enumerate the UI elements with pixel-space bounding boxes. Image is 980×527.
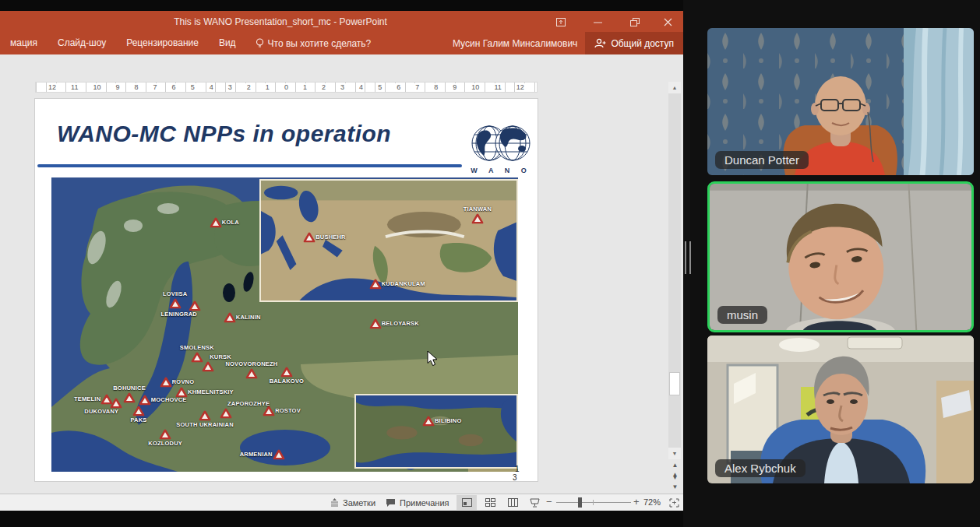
ruler-number: 11 xyxy=(492,83,502,92)
participant-name-tag: Duncan Potter xyxy=(715,151,809,169)
scrollbar-thumb[interactable] xyxy=(669,372,680,395)
account-user-name[interactable]: Мусин Галим Минсалимович xyxy=(453,38,577,49)
npp-marker-kola xyxy=(210,217,221,227)
ruler-number: 7 xyxy=(414,83,421,92)
window-title: This is WANO Presentation_short_mc - Pow… xyxy=(117,16,444,27)
zoom-in-button[interactable]: + xyxy=(633,496,640,508)
ruler: 1211109876543210123456789101112 xyxy=(35,82,538,93)
fit-slide-to-window-button[interactable] xyxy=(664,495,684,510)
ruler-number: 11 xyxy=(69,83,79,92)
npp-label: ARMENIAN xyxy=(240,451,273,458)
vertical-scrollbar[interactable]: ▲ ▼ xyxy=(668,82,681,459)
participant-name-tag: musin xyxy=(717,306,767,324)
wano-logo: W A N O xyxy=(465,124,537,174)
ribbon-display-options-icon[interactable] xyxy=(549,14,573,30)
npp-label: KUDANKULAM xyxy=(382,280,425,287)
zoom-out-button[interactable]: − xyxy=(546,496,552,508)
npp-label: TEMELIN xyxy=(74,395,100,402)
ruler-number: 0 xyxy=(283,83,290,92)
ruler-number: 5 xyxy=(376,83,383,92)
tab-animation[interactable]: мация xyxy=(0,32,48,54)
tab-review[interactable]: Рецензирование xyxy=(116,32,209,54)
notes-button[interactable]: Заметки xyxy=(330,494,375,511)
ribbon-tab-bar: мация Слайд-шоу Рецензирование Вид Что в… xyxy=(0,32,683,54)
npp-label: NOVOVORONEZH xyxy=(225,360,277,367)
zoom-slider-thumb[interactable] xyxy=(578,497,582,508)
ruler-number: 10 xyxy=(470,83,481,92)
npp-marker-leningrad xyxy=(189,301,200,311)
tab-view[interactable]: Вид xyxy=(209,32,246,54)
npp-label: MOCHOVCE xyxy=(151,396,187,403)
video-tile-3[interactable]: Alex Rybchuk xyxy=(707,336,974,483)
npp-marker-paks xyxy=(133,406,145,416)
ruler-number: 9 xyxy=(114,83,121,92)
lightbulb-icon xyxy=(256,38,264,49)
npp-label: BELOYARSK xyxy=(382,320,419,327)
normal-view-button[interactable] xyxy=(457,495,477,510)
map-inset-bilibino xyxy=(354,394,518,469)
zoom-slider-midpoint xyxy=(593,500,594,505)
slide-sorter-view-button[interactable] xyxy=(480,495,500,510)
slide-canvas[interactable]: WANO-MC NPPs in operation xyxy=(35,99,538,481)
share-button[interactable]: Общий доступ xyxy=(585,32,683,54)
npp-label: KOLA xyxy=(222,219,239,226)
ruler-number: 6 xyxy=(171,83,178,92)
npp-marker-bushehr xyxy=(304,233,316,243)
tell-me-box[interactable]: Что вы хотите сделать? xyxy=(246,38,381,49)
npp-marker-beloyarsk xyxy=(369,318,381,328)
slide-workspace: 1211109876543210123456789101112 WANO-MC … xyxy=(0,54,683,494)
ruler-number: 10 xyxy=(91,83,102,92)
next-slide-button[interactable]: ▼▼ xyxy=(668,473,681,484)
ruler-number: 12 xyxy=(515,83,526,92)
npp-marker-kozloduy xyxy=(160,429,171,439)
npp-label: KHMELNITSKIY xyxy=(188,388,234,395)
npp-marker-kursk xyxy=(203,362,214,372)
ruler-number: 4 xyxy=(208,83,215,92)
npp-label: KALININ xyxy=(236,314,261,321)
npp-label: SMOLENSK xyxy=(180,344,214,351)
video-tile-1[interactable]: Duncan Potter xyxy=(707,28,974,175)
npp-marker-armenian xyxy=(273,450,284,460)
npp-marker-bilibino xyxy=(422,416,434,426)
restore-button[interactable] xyxy=(623,14,647,30)
notes-icon xyxy=(330,498,339,507)
ruler-number: 7 xyxy=(152,83,159,92)
npp-label: TIANWAN xyxy=(464,206,492,213)
video-tile-2[interactable]: musin xyxy=(707,181,974,332)
reading-view-button[interactable] xyxy=(502,495,523,510)
npp-label: ZAPOROZHYE xyxy=(227,400,270,407)
npp-marker-rovno xyxy=(160,378,171,388)
npp-marker-loviisa xyxy=(169,299,181,309)
npp-label: LENINGRAD xyxy=(161,311,197,318)
tab-slideshow[interactable]: Слайд-шоу xyxy=(48,32,116,54)
comments-button[interactable]: Примечания xyxy=(386,494,449,511)
npp-label: BUSHEHR xyxy=(316,234,346,241)
npp-marker-zaporozhye xyxy=(220,409,232,419)
scroll-up-icon[interactable]: ▲ xyxy=(668,82,681,93)
tell-me-label: Что вы хотите сделать? xyxy=(268,38,372,49)
previous-slide-button[interactable]: ▲▲ xyxy=(668,461,681,472)
notes-label: Заметки xyxy=(343,498,375,508)
npp-label: DUKOVANY xyxy=(84,408,118,415)
ruler-number: 12 xyxy=(47,83,58,92)
scroll-down-icon[interactable]: ▼ xyxy=(668,448,681,459)
npp-marker-south-ukrainian xyxy=(199,411,211,421)
npp-marker-kalinin xyxy=(224,312,235,322)
zoom-level[interactable]: 72% xyxy=(643,497,661,507)
slideshow-view-button[interactable] xyxy=(524,495,545,510)
participant-name-tag: Alex Rybchuk xyxy=(715,459,806,477)
close-button[interactable] xyxy=(656,14,679,30)
panel-resize-handle[interactable] xyxy=(685,241,691,274)
meeting-video-pane: Duncan Potter musin xyxy=(683,0,980,527)
npp-marker-kudankulam xyxy=(369,279,381,289)
minimize-button[interactable] xyxy=(586,14,609,30)
ruler-number: 5 xyxy=(189,83,196,92)
ruler-number: 9 xyxy=(451,83,458,92)
npp-label: ROVNO xyxy=(172,378,195,385)
slide-title: WANO-MC NPPs in operation xyxy=(57,121,391,147)
ruler-number: 6 xyxy=(395,83,402,92)
slide-footnote-number: 1 xyxy=(515,465,520,473)
zoom-slider-track[interactable] xyxy=(556,502,631,503)
npp-map: KOLABUSHEHRTIANWANKUDANKULAMLOVIISALENIN… xyxy=(51,177,518,472)
npp-label: BALAKOVO xyxy=(270,378,305,385)
